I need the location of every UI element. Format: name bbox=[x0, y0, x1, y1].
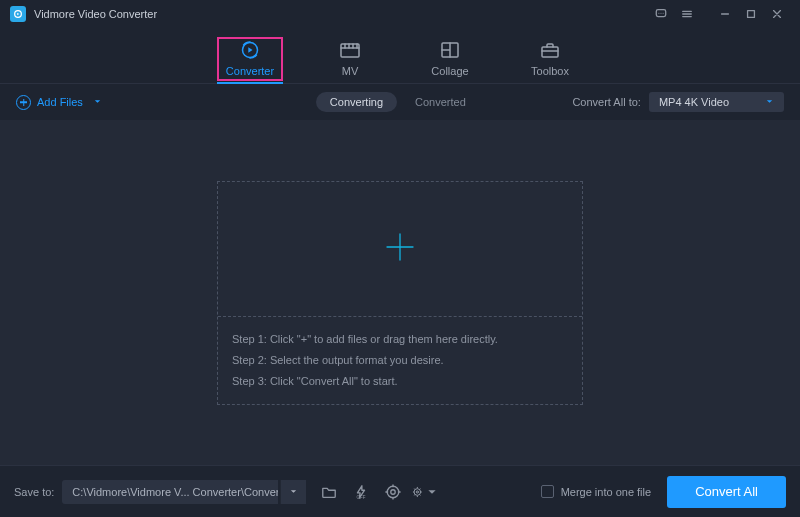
nav-label: Toolbox bbox=[531, 65, 569, 77]
step-3: Step 3: Click "Convert All" to start. bbox=[232, 371, 568, 392]
drop-instructions: Step 1: Click "+" to add files or drag t… bbox=[218, 317, 582, 404]
save-to-label: Save to: bbox=[14, 486, 54, 498]
chevron-down-icon bbox=[765, 96, 774, 108]
nav-collage[interactable]: Collage bbox=[419, 39, 481, 83]
settings-button[interactable] bbox=[412, 480, 438, 504]
app-logo bbox=[10, 6, 26, 22]
maximize-button[interactable] bbox=[738, 4, 764, 24]
save-path-dropdown[interactable] bbox=[280, 480, 306, 504]
step-1: Step 1: Click "+" to add files or drag t… bbox=[232, 329, 568, 350]
merge-checkbox[interactable]: Merge into one file bbox=[541, 485, 652, 498]
workspace: Step 1: Click "+" to add files or drag t… bbox=[0, 120, 800, 465]
tab-converted[interactable]: Converted bbox=[415, 96, 466, 108]
drop-zone-add[interactable] bbox=[218, 182, 582, 317]
svg-rect-9 bbox=[542, 47, 558, 57]
add-files-button[interactable]: Add Files bbox=[16, 95, 102, 110]
svg-point-4 bbox=[663, 13, 664, 14]
open-folder-button[interactable] bbox=[316, 480, 342, 504]
mv-icon bbox=[339, 39, 361, 61]
format-value: MP4 4K Video bbox=[659, 96, 729, 108]
svg-point-12 bbox=[391, 489, 395, 493]
status-segment: Converting Converted bbox=[316, 92, 466, 112]
convert-all-button[interactable]: Convert All bbox=[667, 476, 786, 508]
tab-converting[interactable]: Converting bbox=[316, 92, 397, 112]
converter-icon bbox=[239, 39, 261, 61]
toolbar: Add Files Converting Converted Convert A… bbox=[0, 84, 800, 120]
plus-circle-icon bbox=[16, 95, 31, 110]
app-title: Vidmore Video Converter bbox=[34, 8, 157, 20]
footer: Save to: C:\Vidmore\Vidmore V... Convert… bbox=[0, 465, 800, 517]
nav-label: MV bbox=[342, 65, 359, 77]
collage-icon bbox=[439, 39, 461, 61]
titlebar: Vidmore Video Converter bbox=[0, 0, 800, 28]
nav-toolbox[interactable]: Toolbox bbox=[519, 39, 581, 83]
minimize-button[interactable] bbox=[712, 4, 738, 24]
hardware-accel-button[interactable]: OFF bbox=[348, 480, 374, 504]
svg-rect-5 bbox=[748, 11, 755, 18]
convert-all-to-label: Convert All to: bbox=[572, 96, 640, 108]
svg-point-14 bbox=[417, 490, 419, 492]
feedback-icon[interactable] bbox=[648, 4, 674, 24]
chevron-down-icon bbox=[93, 96, 102, 108]
plus-icon bbox=[383, 230, 417, 268]
nav-converter[interactable]: Converter bbox=[219, 39, 281, 83]
main-nav: Converter MV Collage Toolbox bbox=[0, 28, 800, 84]
nav-label: Converter bbox=[226, 65, 274, 77]
chevron-down-icon bbox=[289, 486, 298, 498]
convert-all-to: Convert All to: MP4 4K Video bbox=[572, 92, 784, 112]
merge-label: Merge into one file bbox=[561, 486, 652, 498]
svg-point-11 bbox=[388, 486, 400, 498]
svg-point-2 bbox=[658, 13, 659, 14]
nav-mv[interactable]: MV bbox=[319, 39, 381, 83]
close-button[interactable] bbox=[764, 4, 790, 24]
high-speed-button[interactable] bbox=[380, 480, 406, 504]
nav-label: Collage bbox=[431, 65, 468, 77]
svg-text:OFF: OFF bbox=[357, 495, 366, 500]
menu-icon[interactable] bbox=[674, 4, 700, 24]
step-2: Step 2: Select the output format you des… bbox=[232, 350, 568, 371]
checkbox-icon bbox=[541, 485, 554, 498]
toolbox-icon bbox=[539, 39, 561, 61]
drop-zone: Step 1: Click "+" to add files or drag t… bbox=[217, 181, 583, 405]
add-files-label: Add Files bbox=[37, 96, 83, 108]
svg-point-3 bbox=[660, 13, 661, 14]
output-format-select[interactable]: MP4 4K Video bbox=[649, 92, 784, 112]
save-path-field[interactable]: C:\Vidmore\Vidmore V... Converter\Conver… bbox=[62, 480, 278, 504]
